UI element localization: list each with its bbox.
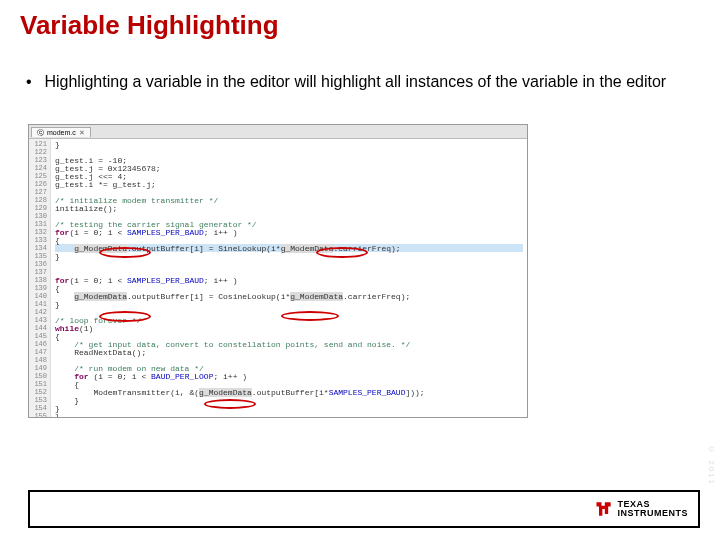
code-line[interactable]: ModemTransmitter(i, &(g_ModemData.output… [55, 388, 523, 396]
line-number: 123 [29, 156, 47, 164]
code-line[interactable]: g_test.j <<= 4; [55, 172, 523, 180]
line-number: 153 [29, 396, 47, 404]
line-number: 141 [29, 300, 47, 308]
code-line[interactable]: } [55, 404, 523, 412]
line-number: 150 [29, 372, 47, 380]
line-number: 152 [29, 388, 47, 396]
code-line[interactable]: for(i = 0; i < SAMPLES_PER_BAUD; i++ ) [55, 276, 523, 284]
code-line[interactable]: /* get input data, convert to constellat… [55, 340, 523, 348]
file-tab[interactable]: ⓒ modem.c ✕ [31, 127, 91, 137]
code-line[interactable] [55, 268, 523, 276]
code-line[interactable] [55, 188, 523, 196]
line-number: 128 [29, 196, 47, 204]
code-line[interactable] [55, 260, 523, 268]
code-line[interactable]: } [55, 252, 523, 260]
code-line[interactable]: { [55, 236, 523, 244]
line-number: 126 [29, 180, 47, 188]
line-number: 144 [29, 324, 47, 332]
c-file-icon: ⓒ [37, 128, 44, 137]
line-number: 129 [29, 204, 47, 212]
tab-bar: ⓒ modem.c ✕ [29, 125, 527, 139]
ti-logo: TEXAS INSTRUMENTS [594, 499, 689, 519]
line-number: 139 [29, 284, 47, 292]
line-number: 151 [29, 380, 47, 388]
code-line[interactable]: } [55, 412, 523, 418]
code-editor[interactable]: ⓒ modem.c ✕ 1211221231241251261271281291… [28, 124, 528, 418]
code-line[interactable]: g_test.i = -10; [55, 156, 523, 164]
code-line[interactable]: /* loop forever */ [55, 316, 523, 324]
ti-logo-text: TEXAS INSTRUMENTS [618, 500, 689, 518]
line-number: 127 [29, 188, 47, 196]
ti-logo-icon [594, 499, 614, 519]
copyright-strip: © 2011 [707, 445, 716, 486]
code-line[interactable]: { [55, 284, 523, 292]
code-line[interactable]: for(i = 0; i < SAMPLES_PER_BAUD; i++ ) [55, 228, 523, 236]
line-number: 124 [29, 164, 47, 172]
code-line[interactable]: ReadNextData(); [55, 348, 523, 356]
code-line[interactable]: } [55, 140, 523, 148]
code-line[interactable]: { [55, 332, 523, 340]
code-line[interactable] [55, 308, 523, 316]
code-line[interactable]: } [55, 396, 523, 404]
line-number: 142 [29, 308, 47, 316]
code-line[interactable]: { [55, 380, 523, 388]
line-gutter: 1211221231241251261271281291301311321331… [29, 139, 51, 417]
line-number: 122 [29, 148, 47, 156]
line-number: 138 [29, 276, 47, 284]
code-area[interactable]: 1211221231241251261271281291301311321331… [29, 139, 527, 417]
code-line[interactable]: while(1) [55, 324, 523, 332]
code-line[interactable]: /* initialize modem transmitter */ [55, 196, 523, 204]
close-icon[interactable]: ✕ [79, 128, 85, 137]
line-number: 121 [29, 140, 47, 148]
code-line[interactable]: g_test.i *= g_test.j; [55, 180, 523, 188]
code-line[interactable]: /* run modem on new data */ [55, 364, 523, 372]
code-line[interactable]: g_ModemData.outputBuffer[i] = SineLookup… [55, 244, 523, 252]
line-number: 134 [29, 244, 47, 252]
line-number: 154 [29, 404, 47, 412]
line-number: 133 [29, 236, 47, 244]
code-line[interactable]: } [55, 300, 523, 308]
line-number: 132 [29, 228, 47, 236]
line-number: 143 [29, 316, 47, 324]
code-line[interactable]: g_ModemData.outputBuffer[i] = CosineLook… [55, 292, 523, 300]
code-line[interactable] [55, 356, 523, 364]
code-line[interactable]: g_test.j = 0x12345678; [55, 164, 523, 172]
slide-title: Variable Highlighting [20, 10, 279, 41]
bullet-marker: • [26, 72, 40, 93]
line-number: 137 [29, 268, 47, 276]
line-number: 140 [29, 292, 47, 300]
line-number: 147 [29, 348, 47, 356]
code-line[interactable]: initialize(); [55, 204, 523, 212]
line-number: 146 [29, 340, 47, 348]
code-line[interactable] [55, 148, 523, 156]
code-line[interactable] [55, 212, 523, 220]
code-line[interactable]: for (i = 0; i < BAUD_PER_LOOP; i++ ) [55, 372, 523, 380]
line-number: 135 [29, 252, 47, 260]
line-number: 155 [29, 412, 47, 418]
line-number: 130 [29, 212, 47, 220]
code-line[interactable]: /* testing the carrier signal generator … [55, 220, 523, 228]
line-number: 148 [29, 356, 47, 364]
footer-bar: TEXAS INSTRUMENTS [28, 490, 700, 528]
line-number: 145 [29, 332, 47, 340]
line-number: 136 [29, 260, 47, 268]
bullet-point: • Highlighting a variable in the editor … [26, 72, 700, 93]
logo-line-2: INSTRUMENTS [618, 509, 689, 518]
line-number: 125 [29, 172, 47, 180]
code-body[interactable]: }g_test.i = -10;g_test.j = 0x12345678;g_… [51, 139, 527, 417]
bullet-text: Highlighting a variable in the editor wi… [44, 72, 684, 93]
line-number: 149 [29, 364, 47, 372]
tab-label: modem.c [47, 128, 76, 137]
line-number: 131 [29, 220, 47, 228]
